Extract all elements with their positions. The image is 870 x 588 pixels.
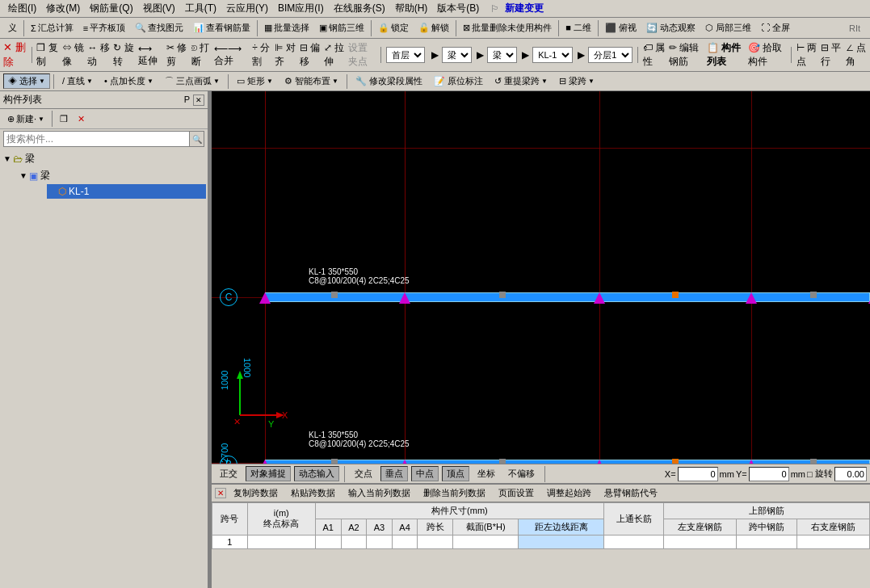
delete-btn[interactable]: ✕ 删除 xyxy=(3,40,27,69)
snap-mid[interactable]: 中点 xyxy=(411,466,439,481)
snap-ortho[interactable]: 正交 xyxy=(215,466,242,481)
paste-span-btn[interactable]: 粘贴跨数据 xyxy=(285,485,341,501)
component-name-select[interactable]: 梁 xyxy=(487,47,517,63)
break-btn[interactable]: ⟄ 打断 xyxy=(191,41,211,69)
component-type-select[interactable]: 梁 xyxy=(442,47,472,63)
search-input[interactable] xyxy=(4,132,189,145)
panel-close-btn[interactable]: ✕ xyxy=(193,94,204,106)
toolbar-align-slab[interactable]: ≡ 平齐板顶 xyxy=(79,20,129,36)
snap-coord[interactable]: 坐标 xyxy=(473,466,500,481)
toolbar-summary[interactable]: Σ Σ 汇总计算 汇总计算 xyxy=(27,20,78,36)
menu-version[interactable]: 版本号(B) xyxy=(432,0,484,17)
toolbar-rebar-3d[interactable]: ▣ 钢筋三维 xyxy=(315,20,368,36)
tree-root-node[interactable]: ▼ 🗁 梁 xyxy=(2,150,206,167)
pick-btn[interactable]: 🎯 拾取构件 xyxy=(748,41,786,69)
two-point-btn[interactable]: ⊢ 两点 xyxy=(796,41,817,69)
td-height[interactable] xyxy=(247,536,315,549)
page-setup-btn[interactable]: 页面设置 xyxy=(493,485,540,501)
menu-rebar[interactable]: 钢筋量(Q) xyxy=(85,0,137,17)
extend-btn[interactable]: ⟷ 延伸 xyxy=(138,43,163,68)
tree-node-liang[interactable]: ▼ ▣ 梁 xyxy=(18,167,206,184)
toolbar-lock[interactable]: 🔒 锁定 xyxy=(374,20,413,36)
mirror-btn[interactable]: ⇔ 镜像 xyxy=(62,41,85,69)
panel-delete-btn[interactable]: ✕ xyxy=(74,112,89,126)
snap-intersection[interactable]: 交点 xyxy=(350,466,377,481)
input-col-btn[interactable]: 输入当前列数据 xyxy=(343,485,416,501)
tool-point-length[interactable]: • 点加长度 ▼ xyxy=(99,74,158,89)
snap-perp[interactable]: 垂点 xyxy=(380,466,408,481)
adjust-start-btn[interactable]: 调整起始跨 xyxy=(541,485,597,501)
table-wrapper[interactable]: 跨号 i(m)终点标高 构件尺寸(mm) 上通长筋 上部钢筋 A1 A2 A3 … xyxy=(212,502,870,588)
menu-view[interactable]: 视图(V) xyxy=(138,0,180,17)
tree-toggle-root[interactable]: ▼ xyxy=(3,154,13,163)
tool-rect[interactable]: ▭ 矩形 ▼ xyxy=(232,74,278,89)
copy-span-btn[interactable]: 复制跨数据 xyxy=(228,485,284,501)
menu-modify[interactable]: 修改(M) xyxy=(41,0,85,17)
toolbar-dynamic-observe[interactable]: 🔄 动态观察 xyxy=(642,20,700,36)
delete-col-btn[interactable]: 删除当前列数据 xyxy=(418,485,491,501)
snap-top[interactable]: 顶点 xyxy=(442,466,469,481)
trim-btn[interactable]: ✂ 修剪 xyxy=(166,41,187,69)
toolbar-top-view[interactable]: ⬛ 俯视 xyxy=(601,20,641,36)
toolbar-find-element[interactable]: 🔍 查找图元 xyxy=(131,20,187,36)
td-mid[interactable] xyxy=(737,536,797,549)
menu-online[interactable]: 在线服务(S) xyxy=(329,0,390,17)
tool-re-span[interactable]: ↺ 重提梁跨 ▼ xyxy=(490,74,553,89)
copy-btn[interactable]: ❒ 复制 xyxy=(36,41,58,69)
td-through[interactable] xyxy=(603,536,664,549)
td-right-seat[interactable] xyxy=(796,536,869,549)
parallel-btn[interactable]: ⊟ 平行 xyxy=(821,41,842,69)
search-button[interactable]: 🔍 xyxy=(189,132,204,146)
layer-select[interactable]: 分层1 xyxy=(588,47,633,63)
menu-bim[interactable]: BIM应用(I) xyxy=(273,0,329,17)
property-btn[interactable]: 🏷 属性 xyxy=(643,41,666,69)
move-btn[interactable]: ↔ 移动 xyxy=(87,41,110,69)
toolbar-batch-select[interactable]: ▦ 批量选择 xyxy=(260,20,313,36)
tree-node-kl1[interactable]: ⬡ KL-1 xyxy=(47,184,206,199)
toolbar-local-3d[interactable]: ⬡ 局部三维 xyxy=(701,20,755,36)
tool-in-place-mark[interactable]: 📝 原位标注 xyxy=(429,74,488,89)
toolbar-view-rebar[interactable]: 📊 查看钢筋量 xyxy=(189,20,254,36)
td-a2[interactable] xyxy=(341,536,367,549)
rotate-btn[interactable]: ↻ 旋转 xyxy=(113,41,134,69)
td-section[interactable] xyxy=(452,536,518,549)
angle-btn[interactable]: ∠ 点角 xyxy=(846,41,867,69)
menu-draw[interactable]: 绘图(I) xyxy=(3,0,41,17)
td-a4[interactable] xyxy=(392,536,418,549)
split-btn[interactable]: ÷ 分割 xyxy=(252,41,271,69)
beam-B[interactable] xyxy=(265,460,870,464)
offset-btn[interactable]: ⊟ 偏移 xyxy=(300,41,321,69)
toolbar-2d[interactable]: ■ 二维 xyxy=(561,20,595,36)
coord-checkbox[interactable]: □ xyxy=(807,469,813,479)
cantilever-rebar-btn[interactable]: 悬臂钢筋代号 xyxy=(599,485,663,501)
menu-new-change[interactable]: 新建变更 xyxy=(500,0,548,17)
table-row[interactable]: 1 xyxy=(212,536,870,549)
tool-select[interactable]: ◈ 选择 ▼ xyxy=(3,74,50,89)
td-a3[interactable] xyxy=(367,536,393,549)
tool-smart-place[interactable]: ⚙ 智能布置 ▼ xyxy=(279,74,343,89)
toolbar-fullscreen[interactable]: ⛶ 全屏 xyxy=(757,20,794,36)
y-input[interactable] xyxy=(749,467,789,481)
rotate-input[interactable] xyxy=(834,467,867,481)
panel-copy-btn[interactable]: ❒ xyxy=(56,112,72,126)
component-id-select[interactable]: KL-1 xyxy=(532,47,573,63)
beam-C[interactable] xyxy=(265,292,870,302)
tree-toggle-liang[interactable]: ▼ xyxy=(19,171,29,180)
toolbar-legend[interactable]: 义 xyxy=(4,20,21,36)
menu-cloud[interactable]: 云应用(Y) xyxy=(221,0,273,17)
canvas-area[interactable]: C B 1 2 3 4 xyxy=(212,91,870,464)
merge-btn[interactable]: ⟵⟶ 合并 xyxy=(214,43,249,68)
set-point-btn[interactable]: 设置夹点 xyxy=(348,41,376,69)
td-span-len[interactable] xyxy=(418,536,453,549)
toolbar-unlock[interactable]: 🔓 解锁 xyxy=(414,20,453,36)
tool-line[interactable]: / 直线 ▼ xyxy=(57,74,98,89)
align-btn[interactable]: ⊫ 对齐 xyxy=(275,41,296,69)
panel-new-btn[interactable]: ⊕ 新建· ▼ xyxy=(3,111,48,127)
stretch-btn[interactable]: ⤢ 拉伸 xyxy=(324,41,345,69)
snap-no-offset[interactable]: 不偏移 xyxy=(503,466,540,481)
menu-help[interactable]: 帮助(H) xyxy=(390,0,433,17)
floor-select[interactable]: 首层 xyxy=(386,47,425,63)
snap-object[interactable]: 对象捕捉 xyxy=(246,466,291,481)
td-a1[interactable] xyxy=(315,536,341,549)
tool-3point-arc[interactable]: ⌒ 三点画弧 ▼ xyxy=(160,74,225,89)
